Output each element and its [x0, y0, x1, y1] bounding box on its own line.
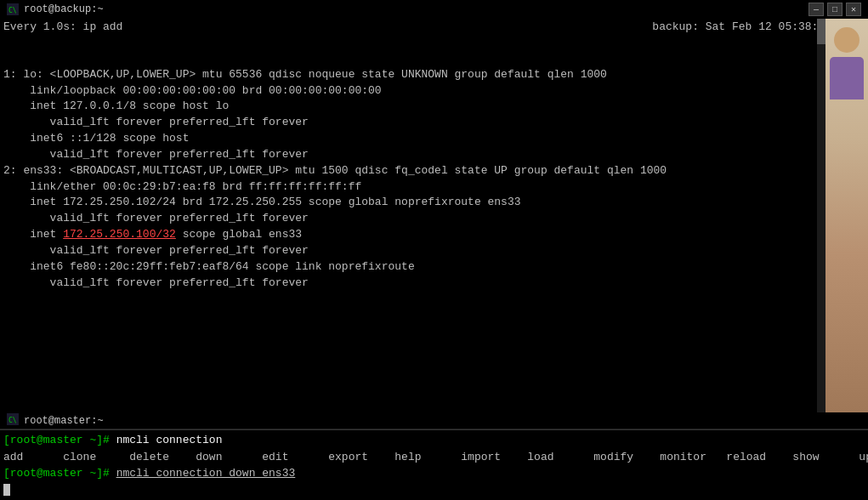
scrollbar[interactable] [817, 19, 825, 412]
line-12: valid_lft forever preferred_lft forever [3, 244, 309, 257]
line-4: valid_lft forever preferred_lft forever [3, 116, 309, 128]
menu-items-line: add clone delete down edit export help i… [3, 451, 868, 463]
watch-command: Every 1.0s: ip add [3, 20, 122, 33]
title-bar-left: C\ root@backup:~ [7, 3, 104, 15]
svg-text:C\: C\ [9, 417, 17, 424]
command-1: nmcli connection [116, 434, 223, 446]
top-terminal-header: Every 1.0s: ip add backup: Sat Feb 12 05… [3, 20, 865, 33]
line-3: inet 127.0.0.1/8 scope host lo [3, 99, 229, 112]
title-bar-text: root@backup:~ [24, 3, 104, 15]
scrollbar-thumb[interactable] [817, 19, 825, 44]
line-5: inet6 ::1/128 scope host [3, 132, 189, 145]
line-10: valid_lft forever preferred_lft forever [3, 212, 309, 224]
line-blank [3, 52, 10, 65]
command-2: nmcli connection down ens33 [116, 467, 296, 480]
top-terminal: Every 1.0s: ip add backup: Sat Feb 12 05… [0, 19, 868, 412]
maximize-button[interactable]: □ [827, 3, 842, 16]
line-8: link/ether 00:0c:29:b7:ea:f8 brd ff:ff:f… [3, 180, 361, 193]
bottom-output: [root@master ~]# nmcli connection add cl… [3, 432, 865, 498]
line-14: valid_lft forever preferred_lft forever [3, 276, 309, 289]
bottom-terminal: [root@master ~]# nmcli connection add cl… [0, 429, 868, 500]
minimize-button[interactable]: — [808, 3, 824, 16]
line-7: 2: ens33: <BROADCAST,MULTICAST,UP,LOWER_… [3, 164, 667, 177]
svg-text:C\: C\ [9, 7, 17, 14]
prompt-1: [root@master ~]# [3, 434, 116, 446]
line-2: link/loopback 00:00:00:00:00:00 brd 00:0… [3, 84, 382, 97]
line-6: valid_lft forever preferred_lft forever [3, 148, 309, 161]
title-bar-controls[interactable]: — □ ✕ [808, 3, 861, 16]
cursor [3, 484, 10, 496]
terminal-output: 1: lo: <LOOPBACK,UP,LOWER_UP> mtu 65536 … [3, 35, 865, 307]
bottom-title-bar: C\ root@master:~ [0, 412, 868, 429]
line-9: inet 172.25.250.102/24 brd 172.25.250.25… [3, 196, 521, 208]
title-bar: C\ root@backup:~ — □ ✕ [0, 0, 868, 19]
bottom-title-text: root@master:~ [24, 415, 104, 427]
bottom-terminal-icon: C\ [7, 413, 19, 429]
close-button[interactable]: ✕ [846, 3, 861, 16]
highlighted-ip: 172.25.250.100/32 [63, 228, 176, 241]
line-1: 1: lo: <LOOPBACK,UP,LOWER_UP> mtu 65536 … [3, 68, 607, 81]
line-13: inet6 fe80::20c:29ff:feb7:eaf8/64 scope … [3, 260, 415, 273]
prompt-2: [root@master ~]# [3, 467, 116, 480]
person-photo [825, 19, 868, 412]
terminal-icon: C\ [7, 3, 19, 15]
line-11: inet 172.25.250.100/32 scope global ens3… [3, 228, 302, 241]
person-image [825, 19, 868, 412]
